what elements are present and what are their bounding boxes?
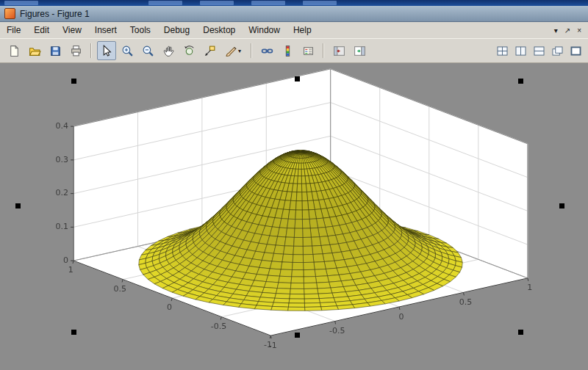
tile-left-right-button[interactable] [512,43,528,58]
selection-handle[interactable] [559,203,564,208]
menu-window[interactable]: Window [242,23,287,37]
selection-handle[interactable] [295,333,300,338]
print-figure-button[interactable] [66,41,85,60]
tile-all-button[interactable] [494,43,510,58]
selection-handle[interactable] [15,203,21,208]
tile-top-bottom-button[interactable] [531,43,547,58]
menu-file[interactable]: File [0,23,27,37]
selection-handle[interactable] [518,79,523,84]
brush-data-button[interactable]: ▾ [220,41,245,60]
float-windows-button[interactable] [549,43,565,58]
rotate-3d-button[interactable] [179,41,198,60]
window-layout-buttons [494,43,584,58]
desktop-icon [200,1,234,5]
desktop-icon [303,1,337,5]
brush-dropdown-icon[interactable]: ▾ [238,48,241,54]
desktop-icon [251,1,285,5]
data-cursor-button[interactable] [200,41,219,60]
menubar: File Edit View Insert Tools Debug Deskto… [0,22,588,38]
desktop-icon [148,1,182,5]
save-figure-button[interactable] [46,41,65,60]
edit-plot-button[interactable] [97,41,116,60]
menu-tools[interactable]: Tools [123,23,157,37]
menu-view[interactable]: View [56,23,88,37]
toolbar: ▾ [0,38,588,63]
menu-desktop[interactable]: Desktop [196,23,242,37]
show-plot-tools-dock-button[interactable] [350,41,369,60]
insert-colorbar-button[interactable] [278,41,297,60]
selection-handle[interactable] [71,79,76,84]
desktop-icon [4,1,38,5]
toolbar-buttons: ▾ [4,41,369,60]
figure-window: Figures - Figure 1 File Edit View Insert… [0,0,588,370]
desktop-background [0,0,588,6]
figure-undock-icon[interactable]: ↗ [564,26,570,35]
pan-button[interactable] [159,41,178,60]
new-figure-button[interactable] [4,41,24,60]
figure-client-area [0,63,588,370]
menu-debug[interactable]: Debug [157,23,196,37]
selection-handle[interactable] [71,330,76,335]
window-title: Figures - Figure 1 [20,9,90,19]
figure-close-icon[interactable]: × [577,26,581,35]
toolbar-separator [251,43,252,58]
titlebar[interactable]: Figures - Figure 1 [0,6,588,22]
menu-edit[interactable]: Edit [27,23,56,37]
hide-plot-tools-button[interactable] [329,41,348,60]
axes-3d-surface-plot[interactable] [0,63,588,370]
toolbar-separator [323,43,324,58]
figure-window-icon [4,8,15,19]
maximize-figure-button[interactable] [567,43,584,58]
link-plots-button[interactable] [257,41,276,60]
menu-insert[interactable]: Insert [88,23,123,37]
zoom-in-button[interactable] [118,41,137,60]
figure-controls: ▾ ↗ × [554,26,588,35]
toolbar-separator [90,43,92,58]
selection-handle[interactable] [518,330,523,335]
menu-help[interactable]: Help [287,23,318,37]
zoom-out-button[interactable] [138,41,157,60]
insert-legend-button[interactable] [298,41,318,60]
selection-handle[interactable] [295,76,300,81]
open-file-button[interactable] [25,41,44,60]
figure-minimize-icon[interactable]: ▾ [554,26,558,35]
